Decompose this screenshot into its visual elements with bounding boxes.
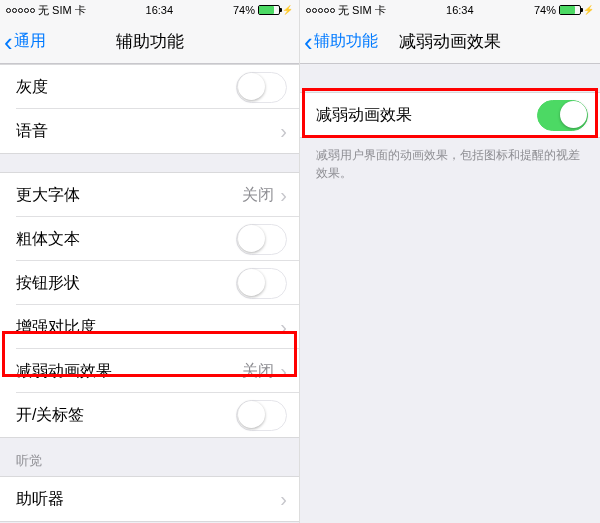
cell-on-off-labels[interactable]: 开/关标签: [0, 393, 299, 437]
phone-reduce-motion: 无 SIM 卡 16:34 74% ⚡ ‹ 辅助功能 减弱动画效果 减弱动画效果: [300, 0, 600, 523]
cell-label: 语音: [16, 121, 48, 142]
back-label: 通用: [14, 31, 46, 52]
chevron-right-icon: ›: [280, 360, 287, 383]
cell-value: 关闭: [242, 185, 274, 206]
cell-label: 助听器: [16, 489, 64, 510]
cell-reduce-motion-toggle[interactable]: 减弱动画效果: [300, 93, 600, 137]
toggle-bold-text[interactable]: [236, 224, 287, 255]
back-button[interactable]: ‹ 辅助功能: [304, 29, 378, 55]
cell-label: 减弱动画效果: [316, 105, 412, 126]
signal-dots-icon: [306, 8, 335, 13]
phone-accessibility: 无 SIM 卡 16:34 74% ⚡ ‹ 通用 辅助功能 灰度: [0, 0, 300, 523]
carrier-label: 无 SIM 卡: [338, 3, 386, 18]
group-hearing: 助听器 ›: [0, 476, 299, 522]
group-vision-1: 灰度 语音 ›: [0, 64, 299, 154]
cell-label: 增强对比度: [16, 317, 96, 338]
charging-icon: ⚡: [583, 5, 594, 15]
back-label: 辅助功能: [314, 31, 378, 52]
battery-percent: 74%: [233, 4, 255, 16]
footnote-text: 减弱用户界面的动画效果，包括图标和提醒的视差效果。: [300, 138, 600, 190]
cell-bold-text[interactable]: 粗体文本: [0, 217, 299, 261]
cell-reduce-motion[interactable]: 减弱动画效果 关闭 ›: [0, 349, 299, 393]
section-header-hearing: 听觉: [0, 438, 299, 476]
carrier-label: 无 SIM 卡: [38, 3, 86, 18]
cell-label: 按钮形状: [16, 273, 80, 294]
chevron-right-icon: ›: [280, 488, 287, 511]
cell-button-shapes[interactable]: 按钮形状: [0, 261, 299, 305]
cell-label: 开/关标签: [16, 405, 84, 426]
signal-dots-icon: [6, 8, 35, 13]
cell-label: 粗体文本: [16, 229, 80, 250]
battery-icon: [258, 5, 280, 15]
chevron-left-icon: ‹: [304, 29, 313, 55]
chevron-right-icon: ›: [280, 120, 287, 143]
cell-increase-contrast[interactable]: 增强对比度 ›: [0, 305, 299, 349]
group-vision-2: 更大字体 关闭 › 粗体文本 按钮形状 增强对比度 › 减弱动画效果: [0, 172, 299, 438]
chevron-left-icon: ‹: [4, 29, 13, 55]
nav-bar: ‹ 辅助功能 减弱动画效果: [300, 20, 600, 64]
status-bar: 无 SIM 卡 16:34 74% ⚡: [300, 0, 600, 20]
cell-larger-text[interactable]: 更大字体 关闭 ›: [0, 173, 299, 217]
toggle-button-shapes[interactable]: [236, 268, 287, 299]
battery-percent: 74%: [534, 4, 556, 16]
clock-label: 16:34: [446, 4, 474, 16]
toggle-on-off-labels[interactable]: [236, 400, 287, 431]
nav-title: 辅助功能: [116, 30, 184, 53]
toggle-grayscale[interactable]: [236, 72, 287, 103]
status-bar: 无 SIM 卡 16:34 74% ⚡: [0, 0, 299, 20]
nav-title: 减弱动画效果: [399, 30, 501, 53]
clock-label: 16:34: [146, 4, 174, 16]
back-button[interactable]: ‹ 通用: [4, 29, 46, 55]
cell-label: 灰度: [16, 77, 48, 98]
cell-label: 更大字体: [16, 185, 80, 206]
battery-icon: [559, 5, 581, 15]
nav-bar: ‹ 通用 辅助功能: [0, 20, 299, 64]
charging-icon: ⚡: [282, 5, 293, 15]
cell-label: 减弱动画效果: [16, 361, 112, 382]
chevron-right-icon: ›: [280, 184, 287, 207]
chevron-right-icon: ›: [280, 316, 287, 339]
cell-hearing-aids[interactable]: 助听器 ›: [0, 477, 299, 521]
toggle-reduce-motion[interactable]: [537, 100, 588, 131]
cell-voice[interactable]: 语音 ›: [0, 109, 299, 153]
cell-grayscale[interactable]: 灰度: [0, 65, 299, 109]
group-reduce-motion: 减弱动画效果: [300, 92, 600, 138]
cell-value: 关闭: [242, 361, 274, 382]
